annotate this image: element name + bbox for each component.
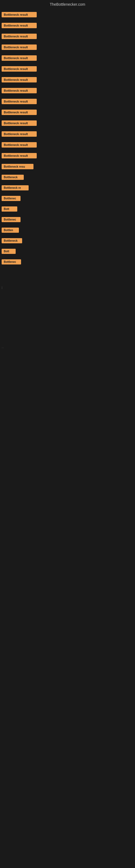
bottleneck-badge[interactable]: Bottleneck [2,175,24,180]
list-item: Bottleneck resu [0,163,135,172]
bottleneck-badge[interactable]: Bottleneck result [2,120,37,126]
list-item: Bott [0,205,135,214]
list-item: Bottleneck result [0,119,135,128]
list-item: Bottleneck result [0,76,135,85]
list-item: Bottlen [0,226,135,235]
cursor-marker: | [0,285,135,290]
ellipsis-marker: ... [0,344,135,350]
site-title: TheBottlenecker.com [0,0,135,10]
bottleneck-badge[interactable]: Bottlenec [2,196,20,201]
list-item: Bottleneck result [0,65,135,74]
bottleneck-badge[interactable]: Bottleneck result [2,110,37,115]
bottleneck-badge[interactable]: Bottlen [2,227,19,233]
bottleneck-badge[interactable]: Bottleneck result [2,88,37,93]
list-item: Bottlenec [0,195,135,203]
list-item: Bottleneck result [0,141,135,150]
bottleneck-badge[interactable]: Bottleneck result [2,153,37,158]
bottleneck-badge[interactable]: Bottlenec [2,217,20,222]
bottleneck-badge[interactable]: Bott [2,249,16,254]
bottleneck-badge[interactable]: Bottleneck result [2,23,37,28]
list-item: Bottleneck result [0,87,135,95]
bottleneck-badge[interactable]: Bottleneck result [2,34,37,39]
bottleneck-badge[interactable]: Bottleneck result [2,44,37,50]
list-item: Bottlenec [0,216,135,224]
bottleneck-badge[interactable]: Bottleneck resu [2,164,34,169]
bottleneck-badge[interactable]: Bottlenec [2,259,21,265]
list-item: Bottleneck [0,174,135,182]
list-item: Bottleneck result [0,54,135,63]
bottleneck-badge[interactable]: Bottleneck result [2,99,37,104]
bottleneck-badge[interactable]: Bottleneck result [2,12,37,18]
bottleneck-badge[interactable]: Bottleneck re [2,185,29,190]
empty-section [0,290,135,344]
list-item: Bottleneck [0,237,135,246]
list-item: Bottleneck result [0,43,135,52]
list-item: Bottleneck result [0,98,135,106]
bottleneck-badge[interactable]: Bottleneck result [2,66,37,72]
list-item: Bottleneck result [0,33,135,41]
list-item: Bottleneck re [0,184,135,193]
spacer [0,269,135,285]
bottleneck-badge[interactable]: Bottleneck result [2,131,37,137]
list-item: Bottleneck result [0,22,135,30]
list-item: Bott [0,248,135,256]
list-item: Bottlenec [0,258,135,267]
site-header: TheBottlenecker.com [0,0,135,10]
bottom-empty-section [0,350,135,458]
bottleneck-badge[interactable]: Bott [2,207,17,212]
list-item: Bottleneck result [0,11,135,20]
bottleneck-badge[interactable]: Bottleneck result [2,55,37,61]
bottleneck-badge[interactable]: Bottleneck result [2,77,37,83]
list-item: Bottleneck result [0,130,135,139]
list-item: Bottleneck result [0,152,135,161]
bottleneck-badge[interactable]: Bottleneck result [2,142,37,148]
bottleneck-badge[interactable]: Bottleneck [2,238,22,243]
list-item: Bottleneck result [0,108,135,117]
